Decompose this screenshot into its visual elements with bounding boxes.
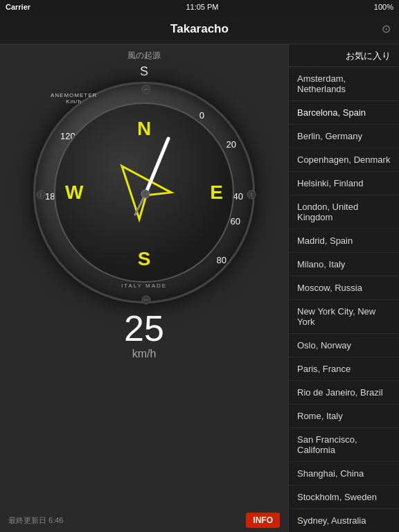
battery-label: 100% <box>374 3 393 11</box>
favorite-item[interactable]: Rome, Italy <box>289 405 399 428</box>
favorite-item[interactable]: London, United Kingdom <box>289 195 399 229</box>
last-updated-label: 最終更新日 6:46 <box>8 515 63 526</box>
favorites-list[interactable]: Amsterdam, NetherlandsBarcelona, SpainBe… <box>289 67 399 532</box>
wind-origin-label: 風の起源 <box>127 50 161 62</box>
favorite-item[interactable]: Copenhagen, Denmark <box>289 148 399 172</box>
favorite-item[interactable]: San Francisco, California <box>289 428 399 462</box>
main-content: 風の起源 S // Generated tick marks 0 <box>0 44 399 532</box>
info-button[interactable]: INFO <box>246 513 280 528</box>
favorite-item[interactable]: Amsterdam, Netherlands <box>289 67 399 101</box>
speed-value: 25 <box>124 310 164 346</box>
favorite-item[interactable]: Stockholm, Sweden <box>289 486 399 509</box>
carrier-label: Carrier <box>6 3 30 11</box>
compass-south-top-label: S <box>140 64 148 79</box>
time-label: 11:05 PM <box>186 3 218 11</box>
left-footer: 最終更新日 6:46 INFO <box>0 508 288 532</box>
favorite-item[interactable]: Barcelona, Spain <box>289 101 399 125</box>
speed-display: 25 km/h <box>124 310 164 360</box>
favorite-item[interactable]: Sydney, Australia <box>289 509 399 532</box>
gauge-container: // Generated tick marks 0 20 40 60 80 10… <box>33 82 255 303</box>
favorite-item[interactable]: Rio de Janeiro, Brazil <box>289 381 399 405</box>
gauge-outer: // Generated tick marks 0 20 40 60 80 10… <box>33 82 255 303</box>
favorite-item[interactable]: Helsinki, Finland <box>289 172 399 195</box>
favorite-item[interactable]: Madrid, Spain <box>289 229 399 253</box>
favorite-item[interactable]: Berlin, Germany <box>289 125 399 148</box>
speed-unit: km/h <box>124 348 164 360</box>
status-bar: Carrier 11:05 PM 100% <box>0 0 399 14</box>
right-panel: お気に入り Amsterdam, NetherlandsBarcelona, S… <box>288 44 399 532</box>
favorite-item[interactable]: Milano, Italy <box>289 253 399 276</box>
favorites-header: お気に入り <box>289 44 399 67</box>
nav-title: Takaracho <box>170 22 229 36</box>
nav-bar: Takaracho ⊙ <box>0 14 399 44</box>
favorite-item[interactable]: Paris, France <box>289 357 399 381</box>
favorite-item[interactable]: Moscow, Russia <box>289 276 399 300</box>
favorite-item[interactable]: Shanghai, China <box>289 462 399 486</box>
left-panel: 風の起源 S // Generated tick marks 0 <box>0 44 288 532</box>
favorite-item[interactable]: Oslo, Norway <box>289 334 399 357</box>
favorite-item[interactable]: New York City, New York <box>289 300 399 334</box>
location-pin-icon: ⊙ <box>382 23 391 35</box>
screws-svg <box>35 84 257 305</box>
location-button[interactable]: ⊙ <box>382 22 391 35</box>
